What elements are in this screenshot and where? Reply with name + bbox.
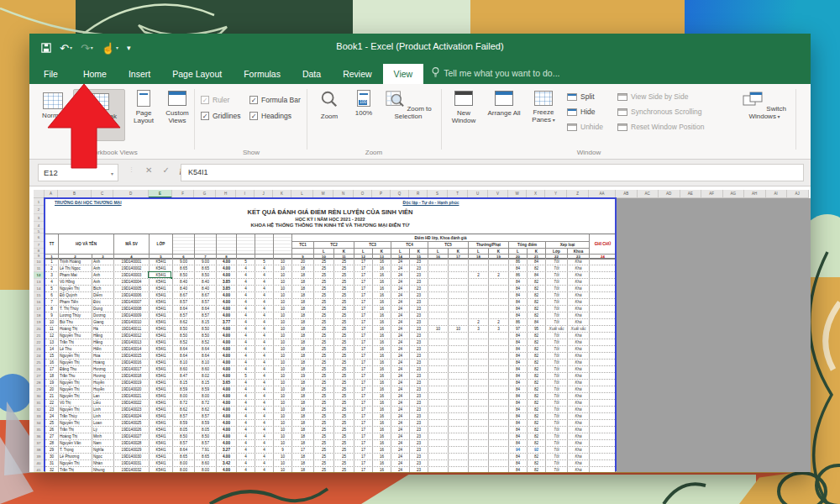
cell[interactable]: 4 xyxy=(237,413,255,420)
cell[interactable]: 4 xyxy=(237,272,255,279)
cell[interactable]: 25 xyxy=(314,427,334,433)
cell[interactable]: 8.15 xyxy=(173,380,195,386)
row-header-17[interactable]: 17 xyxy=(34,306,45,312)
cell[interactable]: 4.00 xyxy=(217,326,237,333)
cell[interactable]: 4 xyxy=(237,286,255,292)
cell[interactable] xyxy=(469,447,489,454)
cell[interactable]: 23 xyxy=(410,440,428,447)
cell[interactable]: 25 xyxy=(314,279,334,286)
cell[interactable]: 4 xyxy=(237,460,255,467)
cell[interactable]: 19D140016 xyxy=(114,360,150,366)
cell[interactable] xyxy=(469,420,489,427)
cell[interactable]: 10 xyxy=(274,306,292,312)
cell[interactable]: 18 xyxy=(292,353,314,360)
cell[interactable]: 26 xyxy=(45,427,59,433)
column-header-AB[interactable]: AB xyxy=(616,190,638,198)
cell[interactable]: 4 xyxy=(237,346,255,353)
cell[interactable] xyxy=(489,312,509,319)
cell[interactable] xyxy=(469,292,489,299)
cell[interactable]: 11 xyxy=(45,326,59,333)
cell[interactable]: Dung xyxy=(92,306,114,312)
cell[interactable] xyxy=(489,286,509,292)
cell[interactable]: 4 xyxy=(237,454,255,460)
cell[interactable]: 84 xyxy=(509,373,528,380)
cell[interactable]: 84 xyxy=(509,292,528,299)
column-header-N[interactable]: N xyxy=(333,190,354,198)
cell[interactable]: Khá xyxy=(568,360,590,366)
cell[interactable]: Trần Thùy xyxy=(59,413,92,420)
cell[interactable]: 18 xyxy=(292,393,314,400)
cell[interactable] xyxy=(590,279,617,286)
cell[interactable]: 23 xyxy=(410,460,428,467)
cell[interactable] xyxy=(489,447,509,454)
cell[interactable]: 24 xyxy=(391,292,410,299)
cell[interactable] xyxy=(449,346,469,353)
cell[interactable] xyxy=(449,339,469,346)
cell[interactable]: 16 xyxy=(373,460,391,467)
cell[interactable]: Khá xyxy=(568,306,590,312)
cell[interactable]: 16 xyxy=(373,413,391,420)
cell[interactable]: 19D140003 xyxy=(114,272,150,279)
cell[interactable]: 25 xyxy=(334,454,354,460)
cell[interactable] xyxy=(590,360,617,366)
cell[interactable] xyxy=(590,272,617,279)
cell[interactable]: 23 xyxy=(410,299,428,306)
cell[interactable]: 19D140006 xyxy=(114,292,150,299)
cell[interactable]: 18 xyxy=(45,373,59,380)
cell[interactable]: 16 xyxy=(373,286,391,292)
cell[interactable]: 25 xyxy=(314,393,334,400)
cell[interactable]: 4 xyxy=(255,420,274,427)
cell[interactable]: 24 xyxy=(391,360,410,366)
cell[interactable]: 19D140001 xyxy=(114,259,150,265)
cell[interactable] xyxy=(469,460,489,467)
cell[interactable]: 10 xyxy=(274,413,292,420)
column-header-AA[interactable]: AA xyxy=(589,190,616,198)
cell[interactable]: Khá xyxy=(568,346,590,353)
cell[interactable]: K54I1 xyxy=(150,427,173,433)
cell[interactable]: 82 xyxy=(528,420,546,427)
cell[interactable]: 9 xyxy=(274,447,292,454)
cell[interactable]: 10 xyxy=(274,319,292,326)
cell[interactable] xyxy=(590,346,617,353)
cell[interactable]: 32 xyxy=(45,467,59,472)
cell[interactable]: 4 xyxy=(255,333,274,339)
cell[interactable]: K54I1 xyxy=(150,333,173,339)
cell[interactable]: 24 xyxy=(391,319,410,326)
cell[interactable]: 24 xyxy=(391,339,410,346)
cell[interactable]: 24 xyxy=(391,272,410,279)
column-header-Y[interactable]: Y xyxy=(545,190,567,198)
cell[interactable] xyxy=(590,333,617,339)
cell[interactable]: Hoa xyxy=(92,353,114,360)
cell[interactable]: 10 xyxy=(274,454,292,460)
cell[interactable]: Liễu xyxy=(92,400,114,407)
cell[interactable]: K54I1 xyxy=(150,312,173,319)
cell[interactable]: 25 xyxy=(334,467,354,472)
cell[interactable]: K54I1 xyxy=(150,467,173,472)
cell[interactable]: 17 xyxy=(354,292,373,299)
cell[interactable] xyxy=(469,259,489,265)
cell[interactable]: 8.64 xyxy=(173,306,195,312)
cell[interactable]: 24 xyxy=(391,312,410,319)
cell[interactable]: 25 xyxy=(334,400,354,407)
cell[interactable] xyxy=(469,380,489,386)
cell[interactable]: 10 xyxy=(274,400,292,407)
cell[interactable]: 10 xyxy=(274,286,292,292)
cell[interactable]: 31 xyxy=(45,460,59,467)
cell[interactable]: 24 xyxy=(391,306,410,312)
cell[interactable]: Khá xyxy=(568,467,590,472)
cell[interactable]: 8.57 xyxy=(173,413,195,420)
cell[interactable]: Khá xyxy=(568,292,590,299)
cell[interactable]: Tốt xyxy=(546,433,568,440)
cell[interactable]: Ngọc xyxy=(92,454,114,460)
cell[interactable]: 84 xyxy=(509,306,528,312)
row-header-30[interactable]: 30 xyxy=(34,393,45,400)
row-header-31[interactable]: 31 xyxy=(34,400,45,407)
cell[interactable]: 6 xyxy=(45,292,59,299)
cell[interactable]: 4 xyxy=(237,353,255,360)
cell[interactable]: Khá xyxy=(568,299,590,306)
cell[interactable]: 23 xyxy=(410,427,428,433)
column-header-AI[interactable]: AI xyxy=(766,190,788,198)
cell[interactable]: 8.00 xyxy=(195,467,217,472)
cell[interactable]: 19D140004 xyxy=(114,279,150,286)
cell[interactable]: 10 xyxy=(274,420,292,427)
